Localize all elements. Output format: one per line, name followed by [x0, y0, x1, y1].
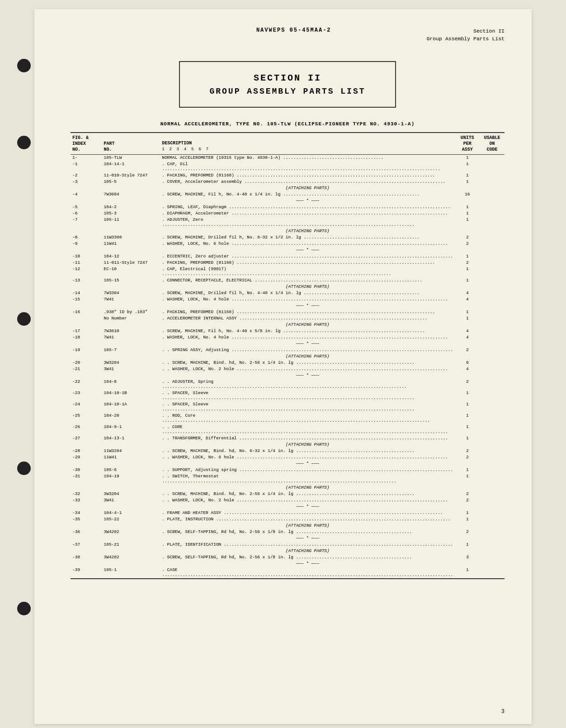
table-row: ——— * ———: [71, 303, 505, 309]
row-units: 1: [455, 266, 480, 277]
row-units: 1: [455, 210, 480, 217]
row-desc: (ATTACHING PARTS): [160, 185, 455, 191]
table-row: -9 11W41 . WASHER, LOCK, No. 6 hole ....…: [71, 241, 505, 247]
row-fig: -35: [71, 516, 102, 523]
row-desc: . . SCREW, MACHINE, Bind. hd, No. 2-56 x…: [160, 360, 455, 366]
row-part: 3W41: [102, 497, 160, 504]
row-units: 1: [455, 390, 480, 401]
table-row: ——— * ———: [71, 461, 505, 467]
row-usable: [480, 372, 505, 379]
row-part: [102, 485, 160, 491]
table-row: -3 105-5 . COVER, Accelerometer assembly…: [71, 179, 505, 185]
row-part: [102, 303, 160, 309]
row-fig: [71, 315, 102, 322]
row-desc: . ACCELEROMETER INTERNAL ASSY ..........…: [160, 315, 455, 322]
row-units: [455, 372, 480, 379]
row-usable: [480, 322, 505, 328]
table-row: ——— * ———: [71, 341, 505, 347]
row-desc: (ATTACHING PARTS): [160, 353, 455, 360]
row-usable: [480, 516, 505, 523]
table-row: -35 105-22 . PLATE, INSTRUCTION ........…: [71, 516, 505, 523]
row-usable: [480, 204, 505, 210]
table-row: -26 104-9-1 . . CORE ...................…: [71, 424, 505, 435]
row-usable: [480, 523, 505, 529]
row-part: EC-10: [102, 266, 160, 277]
row-part: [102, 523, 160, 529]
row-part: [102, 561, 160, 567]
row-units: 4: [455, 366, 480, 372]
row-part: 11-010-Style 7247: [102, 172, 160, 179]
row-usable: [480, 290, 505, 296]
col-header-units: UNITSPERASSY: [455, 133, 480, 155]
row-units: [455, 504, 480, 510]
row-part: 105-1: [102, 567, 160, 579]
row-part: [102, 548, 160, 554]
row-usable: [480, 442, 505, 448]
table-row: -7 105-11 . ADJUSTER, Zero .............…: [71, 217, 505, 228]
row-fig: -10: [71, 253, 102, 260]
row-part: 7W3304: [102, 290, 160, 296]
row-units: 4: [455, 328, 480, 334]
table-row: -30 105-6 . . SUPPORT, Adjusting spring …: [71, 467, 505, 473]
row-fig: [71, 185, 102, 191]
row-units: [455, 322, 480, 328]
row-part: 105-6: [102, 467, 160, 473]
row-usable: [480, 504, 505, 510]
table-row: -36 3W4202 . SCREW, SELF-TAPPING, Rd hd,…: [71, 529, 505, 535]
table-row: -8 11W3308 . SCREW, MACHINE, Drilled fil…: [71, 234, 505, 241]
row-fig: -28: [71, 448, 102, 454]
row-desc: ——— * ———: [160, 198, 455, 204]
row-desc: . SPRING, LEAF, Diaphragm ..............…: [160, 204, 455, 210]
row-units: 1: [455, 309, 480, 315]
row-part: 3W4202: [102, 554, 160, 561]
row-usable: [480, 529, 505, 535]
row-usable: [480, 542, 505, 548]
row-part: 104-10-1A: [102, 401, 160, 413]
row-units: 2: [455, 234, 480, 241]
table-row: (ATTACHING PARTS): [71, 353, 505, 360]
row-part: 7W3604: [102, 191, 160, 198]
row-units: 1: [455, 510, 480, 516]
header-center: NAVWEPS 05-45MAA-2: [256, 27, 331, 33]
row-units: 2: [455, 260, 480, 266]
row-usable: [480, 210, 505, 217]
parts-table: FIG. &INDEXNO. PARTNO. DESCRIPTION 1 2 3…: [71, 132, 505, 579]
table-row: -6 105-3 . DIAPHRAGM, Accelerometer ....…: [71, 210, 505, 217]
row-units: 2: [455, 497, 480, 504]
row-fig: [71, 442, 102, 448]
row-part: 104-9-1: [102, 424, 160, 435]
row-part: 105-TLW: [102, 154, 160, 161]
row-fig: -37: [71, 542, 102, 548]
row-part: 104-2: [102, 204, 160, 210]
row-units: [455, 353, 480, 360]
row-fig: -12: [71, 266, 102, 277]
row-units: 2: [455, 529, 480, 535]
table-row: ——— * ———: [71, 535, 505, 542]
row-desc: . ECCENTRIC, Zero adjuster .............…: [160, 253, 455, 260]
row-usable: [480, 448, 505, 454]
table-row: ——— * ———: [71, 198, 505, 204]
row-part: [102, 372, 160, 379]
row-desc: . . CORE ...............................…: [160, 424, 455, 435]
table-row: -29 11W41 . . WASHER, LOCK, No. 6 hole .…: [71, 454, 505, 461]
row-desc: . SCREW, MACHINE, Fil h, No. 4-40 x 1/4 …: [160, 191, 455, 198]
row-usable: [480, 485, 505, 491]
row-units: 1: [455, 179, 480, 185]
row-fig: -6: [71, 210, 102, 217]
row-usable: [480, 567, 505, 579]
row-units: [455, 228, 480, 234]
row-usable: [480, 554, 505, 561]
row-fig: [71, 341, 102, 347]
row-units: 1: [455, 467, 480, 473]
row-part: 3W3204: [102, 491, 160, 497]
row-fig: -18: [71, 334, 102, 341]
parts-tbody: 1- 105-TLW NORMAL ACCELEROMETER (19315 t…: [71, 154, 505, 579]
table-row: ——— * ———: [71, 247, 505, 253]
row-fig: [71, 322, 102, 328]
row-part: [102, 535, 160, 542]
row-desc: . COVER, Accelerometer assembly ........…: [160, 179, 455, 185]
row-desc: . . WASHER, LOCK, No. 2 hole ...........…: [160, 497, 455, 504]
row-desc: (ATTACHING PARTS): [160, 548, 455, 554]
header-right: Section II Group Assembly Parts List: [426, 27, 505, 43]
row-fig: [71, 535, 102, 542]
